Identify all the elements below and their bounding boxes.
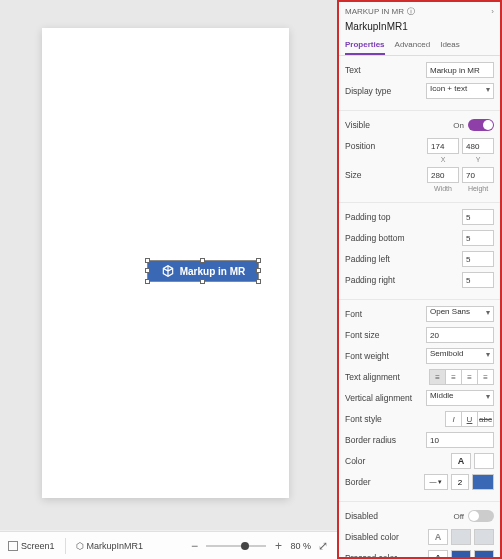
screen-icon	[8, 541, 18, 551]
disabled-label: Disabled	[345, 511, 453, 521]
border-radius-input[interactable]	[426, 432, 494, 448]
help-icon[interactable]: ⓘ	[407, 6, 415, 17]
pad-left-label: Padding left	[345, 254, 462, 264]
zoom-in-button[interactable]: +	[272, 540, 284, 552]
pressed-border-button[interactable]	[474, 550, 494, 559]
font-style-group: I U abc	[445, 411, 494, 427]
control-name-label: MarkupInMR1	[339, 21, 500, 36]
strike-button[interactable]: abc	[477, 411, 494, 427]
zoom-value: 80 %	[290, 541, 311, 551]
markup-3d-icon	[161, 264, 175, 278]
screen-name: Screen1	[21, 541, 55, 551]
artboard[interactable]: Markup in MR	[42, 28, 289, 498]
panel-tabs: Properties Advanced Ideas	[339, 36, 500, 56]
align-left-button[interactable]: ≡	[429, 369, 446, 385]
collapse-icon[interactable]: ›	[491, 7, 494, 16]
control-icon: ⬡	[76, 541, 84, 551]
markup-in-mr-control[interactable]: Markup in MR	[147, 260, 259, 282]
section-layout: Visible On Position XY Size WidthHeight	[339, 111, 500, 203]
x-sublabel: X	[427, 156, 459, 163]
canvas-area[interactable]: Markup in MR	[0, 0, 337, 530]
vert-align-select[interactable]: Middle	[426, 390, 494, 406]
resize-handle-n[interactable]	[200, 258, 205, 263]
resize-handle-nw[interactable]	[145, 258, 150, 263]
pressed-fill-button[interactable]	[451, 550, 471, 559]
border-style-select[interactable]: — ▾	[424, 474, 448, 490]
control-name: MarkupInMR1	[87, 541, 144, 551]
align-right-button[interactable]: ≡	[461, 369, 478, 385]
border-width-input[interactable]	[451, 474, 469, 490]
font-label: Font	[345, 309, 426, 319]
font-size-label: Font size	[345, 330, 426, 340]
zoom-slider[interactable]	[206, 545, 266, 547]
display-type-label: Display type	[345, 86, 426, 96]
zoom-controls: − + 80 % ⤢	[188, 540, 329, 552]
disabled-fill-button[interactable]	[451, 529, 471, 545]
panel-breadcrumb: MARKUP IN MR	[345, 7, 404, 16]
pad-right-input[interactable]	[462, 272, 494, 288]
color-label: Color	[345, 456, 451, 466]
disabled-fg-button[interactable]: A	[428, 529, 448, 545]
disabled-color-label: Disabled color	[345, 532, 428, 542]
text-align-group: ≡ ≡ ≡ ≡	[429, 369, 494, 385]
align-justify-button[interactable]: ≡	[477, 369, 494, 385]
display-type-select[interactable]: Icon + text	[426, 83, 494, 99]
zoom-out-button[interactable]: −	[188, 540, 200, 552]
visible-toggle[interactable]	[468, 119, 494, 131]
zoom-slider-thumb[interactable]	[241, 542, 249, 550]
size-height-input[interactable]	[462, 167, 494, 183]
resize-handle-ne[interactable]	[256, 258, 261, 263]
font-weight-select[interactable]: Semibold	[426, 348, 494, 364]
section-font: FontOpen Sans Font size Font weightSemib…	[339, 300, 500, 502]
border-color-button[interactable]	[472, 474, 494, 490]
text-label: Text	[345, 65, 426, 75]
pad-left-input[interactable]	[462, 251, 494, 267]
tab-ideas[interactable]: Ideas	[440, 36, 460, 55]
pad-bottom-label: Padding bottom	[345, 233, 462, 243]
tab-advanced[interactable]: Advanced	[395, 36, 431, 55]
pad-right-label: Padding right	[345, 275, 462, 285]
text-input[interactable]	[426, 62, 494, 78]
position-y-input[interactable]	[462, 138, 494, 154]
italic-button[interactable]: I	[445, 411, 462, 427]
align-center-button[interactable]: ≡	[445, 369, 462, 385]
size-label: Size	[345, 170, 427, 180]
resize-handle-s[interactable]	[200, 279, 205, 284]
breadcrumb-screen[interactable]: Screen1	[8, 541, 55, 551]
border-label: Border	[345, 477, 424, 487]
position-x-input[interactable]	[427, 138, 459, 154]
fit-screen-button[interactable]: ⤢	[317, 540, 329, 552]
size-width-input[interactable]	[427, 167, 459, 183]
pad-bottom-input[interactable]	[462, 230, 494, 246]
pressed-color-label: Pressed color	[345, 553, 428, 559]
width-sublabel: Width	[427, 185, 459, 192]
section-text: Text Display type Icon + text	[339, 56, 500, 111]
vert-align-label: Vertical alignment	[345, 393, 426, 403]
font-select[interactable]: Open Sans	[426, 306, 494, 322]
pad-top-input[interactable]	[462, 209, 494, 225]
height-sublabel: Height	[462, 185, 494, 192]
border-radius-label: Border radius	[345, 435, 426, 445]
resize-handle-se[interactable]	[256, 279, 261, 284]
resize-handle-e[interactable]	[256, 268, 261, 273]
font-size-input[interactable]	[426, 327, 494, 343]
font-style-label: Font style	[345, 414, 445, 424]
pressed-fg-button[interactable]: A	[428, 550, 448, 559]
disabled-border-button[interactable]	[474, 529, 494, 545]
resize-handle-w[interactable]	[145, 268, 150, 273]
pad-top-label: Padding top	[345, 212, 462, 222]
fg-color-button[interactable]: A	[451, 453, 471, 469]
section-states: Disabled Off Disabled color A Pressed co…	[339, 502, 500, 559]
disabled-toggle[interactable]	[468, 510, 494, 522]
panel-header: MARKUP IN MR ⓘ ›	[339, 2, 500, 21]
visible-label: Visible	[345, 120, 453, 130]
tab-properties[interactable]: Properties	[345, 36, 385, 55]
resize-handle-sw[interactable]	[145, 279, 150, 284]
section-padding: Padding top Padding bottom Padding left …	[339, 203, 500, 300]
font-weight-label: Font weight	[345, 351, 426, 361]
breadcrumb-control[interactable]: ⬡ MarkupInMR1	[76, 541, 144, 551]
fill-color-button[interactable]	[474, 453, 494, 469]
position-label: Position	[345, 141, 427, 151]
underline-button[interactable]: U	[461, 411, 478, 427]
separator	[65, 538, 66, 554]
